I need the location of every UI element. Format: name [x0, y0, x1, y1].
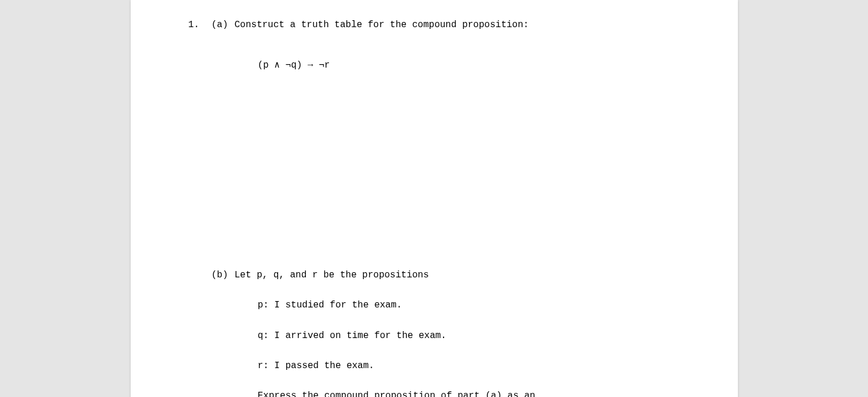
prop-q: q: I arrived on time for the exam. — [258, 329, 680, 342]
part-a-label: (a) — [212, 18, 235, 31]
document-page: 1. (a) Construct a truth table for the c… — [131, 0, 738, 397]
part-a-formula: (p ∧ ¬q) → ¬r — [189, 59, 680, 72]
prop-r: r: I passed the exam. — [258, 359, 680, 372]
part-b-label: (b) — [212, 269, 235, 281]
empty-num-col — [189, 269, 212, 281]
instruction-line-1: Express the compound proposition of part… — [258, 389, 680, 397]
workspace-gap — [189, 72, 680, 269]
part-a-prompt: Construct a truth table for the compound… — [235, 18, 680, 31]
problem-1: 1. (a) Construct a truth table for the c… — [189, 18, 680, 397]
part-b-row: (b) Let p, q, and r be the propositions — [189, 269, 680, 281]
proposition-definitions: p: I studied for the exam. q: I arrived … — [189, 299, 680, 372]
problem-number: 1. — [189, 18, 212, 31]
prop-p: p: I studied for the exam. — [258, 299, 680, 311]
part-b-intro: Let p, q, and r be the propositions — [235, 269, 680, 281]
part-b-instruction: Express the compound proposition of part… — [189, 389, 680, 397]
part-a-row: 1. (a) Construct a truth table for the c… — [189, 18, 680, 31]
